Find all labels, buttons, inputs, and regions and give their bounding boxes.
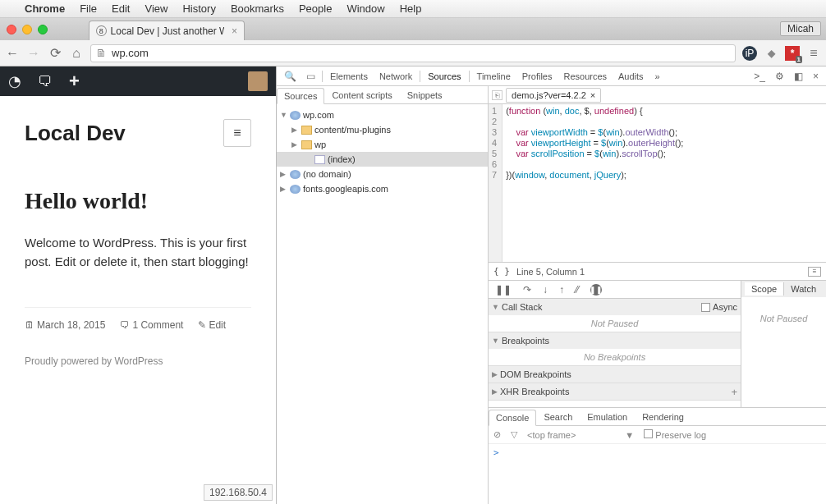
extension-pocket-icon[interactable]: ◆ bbox=[764, 46, 778, 61]
drawer-tab-search[interactable]: Search bbox=[536, 409, 580, 425]
deactivate-bp-icon[interactable]: ⁄⁄ bbox=[576, 284, 579, 296]
preserve-log-checkbox[interactable] bbox=[644, 429, 653, 438]
close-icon[interactable]: × bbox=[590, 90, 595, 100]
pretty-print-icon[interactable]: { } bbox=[493, 266, 510, 277]
breakpoints-header[interactable]: ▼Breakpoints bbox=[489, 332, 741, 349]
drawer-tab-emulation[interactable]: Emulation bbox=[580, 409, 635, 425]
step-over-icon[interactable]: ↷ bbox=[523, 284, 531, 296]
console-drawer: Console Search Emulation Rendering ⊘ ▽ <… bbox=[489, 407, 826, 504]
drawer-tab-console[interactable]: Console bbox=[489, 410, 536, 426]
browser-tabstrip: 8 Local Dev | Just another W × Micah bbox=[0, 18, 826, 40]
console-body[interactable]: > bbox=[489, 444, 826, 504]
devtools: 🔍 ▭ Elements Network Sources Timeline Pr… bbox=[276, 66, 826, 504]
drawer-tab-rendering[interactable]: Rendering bbox=[635, 409, 691, 425]
tab-audits[interactable]: Audits bbox=[613, 68, 649, 85]
pause-icon[interactable]: ❚❚ bbox=[495, 284, 512, 296]
wp-avatar-icon[interactable] bbox=[248, 71, 268, 91]
editor-dropdown-icon[interactable]: ≡ bbox=[808, 267, 821, 277]
subtab-content-scripts[interactable]: Content scripts bbox=[324, 87, 399, 103]
tree-folder[interactable]: ▶wp bbox=[277, 137, 488, 152]
tab-scope[interactable]: Scope bbox=[745, 282, 784, 296]
dock-side-icon[interactable]: ◧ bbox=[790, 71, 807, 82]
show-console-icon[interactable]: >_ bbox=[750, 71, 769, 82]
menu-file[interactable]: File bbox=[80, 2, 97, 15]
site-menu-icon[interactable]: ≡ bbox=[223, 119, 251, 147]
calendar-icon: 🗓 bbox=[25, 319, 34, 331]
async-checkbox[interactable] bbox=[701, 303, 710, 312]
tree-domain[interactable]: ▶(no domain) bbox=[277, 167, 488, 181]
tab-sources[interactable]: Sources bbox=[423, 68, 466, 85]
frame-selector[interactable]: <top frame>▼ bbox=[527, 430, 634, 440]
reload-icon[interactable]: ⟳ bbox=[48, 45, 62, 61]
menu-people[interactable]: People bbox=[299, 2, 332, 15]
wp-admin-bar: ◔ 🗨 + bbox=[0, 66, 276, 96]
menu-view[interactable]: View bbox=[145, 2, 167, 15]
tab-close-icon[interactable]: × bbox=[232, 25, 237, 37]
post-edit-link[interactable]: ✎Edit bbox=[198, 319, 226, 331]
inspect-icon[interactable]: 🔍 bbox=[280, 71, 301, 82]
extension-lastpass-icon[interactable]: *1 bbox=[785, 46, 800, 61]
macos-menubar: Chrome File Edit View History Bookmarks … bbox=[0, 0, 826, 18]
tree-folder[interactable]: ▶content/mu-plugins bbox=[277, 122, 488, 137]
window-close-icon[interactable] bbox=[7, 25, 16, 34]
forward-icon[interactable]: → bbox=[26, 46, 41, 61]
callstack-body: Not Paused bbox=[489, 315, 741, 332]
post-comments-link[interactable]: 🗨1 Comment bbox=[120, 319, 183, 331]
menu-window[interactable]: Window bbox=[346, 2, 384, 15]
xhr-bp-header[interactable]: ▶XHR Breakpoints+ bbox=[489, 383, 741, 400]
tab-elements[interactable]: Elements bbox=[325, 68, 373, 85]
code-editor[interactable]: 1234567 (function (win, doc, $, undefine… bbox=[489, 104, 826, 262]
pause-exceptions-icon[interactable]: ❚❚ bbox=[590, 284, 602, 296]
back-icon[interactable]: ← bbox=[5, 46, 20, 61]
wp-new-icon[interactable]: + bbox=[69, 71, 80, 92]
editor-status-bar: { } Line 5, Column 1 ≡ bbox=[489, 262, 826, 280]
clear-console-icon[interactable]: ⊘ bbox=[493, 429, 501, 440]
window-minimize-icon[interactable] bbox=[22, 25, 32, 34]
devtools-close-icon[interactable]: × bbox=[809, 71, 823, 82]
tree-file[interactable]: (index) bbox=[277, 152, 488, 167]
tabs-overflow-icon[interactable]: » bbox=[650, 68, 665, 85]
file-tree[interactable]: ▼wp.com ▶content/mu-plugins ▶wp (index) … bbox=[277, 104, 488, 504]
wp-dashboard-icon[interactable]: ◔ bbox=[8, 72, 21, 90]
wp-comments-icon[interactable]: 🗨 bbox=[38, 73, 53, 90]
step-into-icon[interactable]: ↓ bbox=[543, 284, 548, 296]
menubar-app[interactable]: Chrome bbox=[25, 2, 65, 15]
subtab-sources[interactable]: Sources bbox=[277, 88, 324, 104]
post-title[interactable]: Hello world! bbox=[25, 188, 251, 214]
tab-network[interactable]: Network bbox=[374, 68, 417, 85]
tab-watch[interactable]: Watch bbox=[784, 282, 823, 296]
tab-resources[interactable]: Resources bbox=[558, 68, 612, 85]
scope-body: Not Paused bbox=[741, 297, 826, 407]
subtab-snippets[interactable]: Snippets bbox=[400, 87, 450, 103]
settings-gear-icon[interactable]: ⚙ bbox=[771, 71, 788, 82]
window-zoom-icon[interactable] bbox=[38, 25, 48, 34]
post-meta: 🗓March 18, 2015 🗨1 Comment ✎Edit bbox=[25, 307, 251, 331]
drawer-tabs: Console Search Emulation Rendering bbox=[489, 408, 826, 426]
step-out-icon[interactable]: ↑ bbox=[559, 284, 564, 296]
menu-edit[interactable]: Edit bbox=[112, 2, 130, 15]
browser-tab[interactable]: 8 Local Dev | Just another W × bbox=[89, 21, 245, 40]
editor-file-tab[interactable]: demo.js?ver=4.2.2× bbox=[506, 88, 601, 103]
editor-nav-icon[interactable]: ⎗ bbox=[492, 90, 502, 100]
filter-icon[interactable]: ▽ bbox=[511, 429, 517, 440]
address-bar[interactable]: 🗎 wp.com bbox=[90, 44, 736, 62]
tab-profiles[interactable]: Profiles bbox=[517, 68, 558, 85]
menu-bookmarks[interactable]: Bookmarks bbox=[231, 2, 284, 15]
code-lines[interactable]: (function (win, doc, $, undefined) { var… bbox=[502, 104, 686, 262]
tree-domain[interactable]: ▼wp.com bbox=[277, 108, 488, 122]
device-mode-icon[interactable]: ▭ bbox=[302, 71, 319, 82]
breakpoints-body: No Breakpoints bbox=[489, 349, 741, 365]
add-xhr-bp-icon[interactable]: + bbox=[731, 386, 737, 398]
chrome-menu-icon[interactable]: ≡ bbox=[806, 46, 821, 61]
callstack-header[interactable]: ▼Call StackAsync bbox=[489, 299, 741, 315]
dom-bp-header[interactable]: ▶DOM Breakpoints bbox=[489, 366, 741, 383]
menu-history[interactable]: History bbox=[182, 2, 215, 15]
tree-domain[interactable]: ▶fonts.googleapis.com bbox=[277, 181, 488, 196]
menu-help[interactable]: Help bbox=[400, 2, 422, 15]
profile-button[interactable]: Micah bbox=[780, 21, 821, 36]
site-title[interactable]: Local Dev bbox=[25, 121, 126, 146]
home-icon[interactable]: ⌂ bbox=[69, 46, 84, 61]
tab-timeline[interactable]: Timeline bbox=[472, 68, 516, 85]
site-footer[interactable]: Proudly powered by WordPress bbox=[25, 355, 251, 367]
extension-ip-icon[interactable]: iP bbox=[742, 46, 757, 61]
